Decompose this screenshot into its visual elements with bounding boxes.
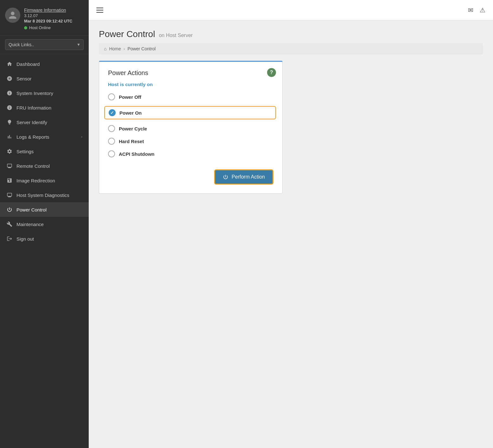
sidebar-item-label-remote-control: Remote Control [16, 163, 50, 169]
power-on-option[interactable]: ✓ Power On [104, 106, 276, 119]
power-cycle-radio[interactable] [108, 125, 115, 132]
info-icon [6, 104, 13, 111]
sidebar-item-settings[interactable]: Settings [0, 144, 89, 159]
power-on-radio[interactable]: ✓ [109, 109, 116, 116]
nav-menu: Dashboard Sensor System Inventory FRU In… [0, 54, 89, 448]
power-cycle-label: Power Cycle [119, 126, 147, 131]
sidebar-item-maintenance[interactable]: Maintenance [0, 217, 89, 231]
firmware-version: 3.12.07 [24, 13, 72, 18]
chart-icon [6, 134, 13, 140]
host-current-status: Host is currently on [108, 82, 273, 87]
power-button-icon [223, 174, 228, 180]
sensor-icon [6, 75, 13, 82]
sidebar-item-label-server-identify: Server Identify [16, 120, 47, 125]
home-icon [6, 61, 13, 67]
sidebar-item-label-power-control: Power Control [16, 207, 47, 212]
user-info: Firmware Information 3.12.07 Mar 8 2023 … [24, 8, 72, 30]
sidebar-item-sensor[interactable]: Sensor [0, 71, 89, 86]
quick-links-container: Quick Links.. ▼ [5, 39, 84, 50]
hamburger-menu[interactable] [96, 8, 103, 13]
topbar: ✉ ⚠ [89, 0, 493, 20]
acpi-shutdown-option[interactable]: ACPI Shutdown [108, 150, 273, 157]
sidebar-item-label-dashboard: Dashboard [16, 61, 40, 67]
sidebar-item-power-control[interactable]: Power Control [0, 202, 89, 217]
alert-icon[interactable]: ⚠ [480, 6, 485, 14]
topbar-icons: ✉ ⚠ [468, 6, 485, 14]
sidebar-item-system-inventory[interactable]: System Inventory [0, 86, 89, 100]
page-title: Power Control [99, 29, 155, 39]
card-title: Power Actions [108, 69, 273, 77]
quick-links-select[interactable]: Quick Links.. [5, 39, 84, 50]
sidebar-item-remote-control[interactable]: Remote Control [0, 159, 89, 173]
chevron-right-icon: › [81, 135, 82, 139]
breadcrumb-separator: › [124, 46, 125, 51]
page-header: Power Control on Host Server [99, 29, 483, 39]
sidebar-item-image-redirection[interactable]: Image Redirection [0, 173, 89, 188]
host-status: Host Online [24, 25, 72, 30]
perform-action-button[interactable]: Perform Action [214, 169, 273, 185]
mail-icon[interactable]: ✉ [468, 6, 473, 14]
acpi-shutdown-radio[interactable] [108, 150, 115, 157]
status-dot [24, 26, 27, 29]
acpi-shutdown-label: ACPI Shutdown [119, 151, 155, 157]
perform-action-label: Perform Action [232, 174, 265, 180]
drive-icon [6, 177, 13, 184]
sidebar-item-host-system-diagnostics[interactable]: Host System Diagnostics [0, 188, 89, 202]
firmware-date: Mar 8 2023 09:12:42 UTC [24, 19, 72, 23]
sidebar-item-label-fru-information: FRU Information [16, 105, 51, 110]
power-cycle-option[interactable]: Power Cycle [108, 125, 273, 132]
breadcrumb: ⌂ Home › Power Control [99, 43, 483, 54]
sidebar-item-label-system-inventory: System Inventory [16, 91, 53, 96]
home-breadcrumb-icon: ⌂ [104, 46, 106, 51]
host-status-label: Host Online [29, 25, 51, 30]
gear-icon [6, 148, 13, 155]
bulb-icon [6, 119, 13, 125]
diagnostics-icon [6, 192, 13, 198]
sidebar-item-dashboard[interactable]: Dashboard [0, 57, 89, 71]
wrench-icon [6, 221, 13, 227]
card-footer: Perform Action [108, 163, 273, 185]
sidebar-item-label-settings: Settings [16, 149, 34, 154]
sidebar-item-logs-reports[interactable]: Logs & Reports › [0, 129, 89, 144]
power-actions-card: Power Actions ? Host is currently on Pow… [99, 61, 283, 194]
main-content: ✉ ⚠ Power Control on Host Server ⌂ Home … [89, 0, 493, 448]
power-off-option[interactable]: Power Off [108, 93, 273, 100]
sidebar-item-server-identify[interactable]: Server Identify [0, 115, 89, 129]
hard-reset-radio[interactable] [108, 138, 115, 145]
page-content: Power Control on Host Server ⌂ Home › Po… [89, 20, 493, 448]
signout-icon [6, 236, 13, 242]
sidebar-item-label-logs-reports: Logs & Reports [16, 134, 49, 140]
sidebar-item-label-maintenance: Maintenance [16, 222, 44, 227]
quick-links-wrapper: Quick Links.. ▼ [0, 35, 89, 54]
avatar [5, 8, 20, 23]
sidebar-item-label-sensor: Sensor [16, 76, 32, 81]
help-icon[interactable]: ? [267, 68, 276, 77]
power-off-radio[interactable] [108, 93, 115, 100]
power-on-label: Power On [119, 110, 142, 116]
sidebar: Firmware Information 3.12.07 Mar 8 2023 … [0, 0, 89, 448]
hard-reset-label: Hard Reset [119, 139, 144, 144]
page-subtitle: on Host Server [159, 33, 193, 38]
sidebar-item-label-host-system-diagnostics: Host System Diagnostics [16, 192, 69, 198]
sidebar-item-sign-out[interactable]: Sign out [0, 231, 89, 246]
breadcrumb-home-link[interactable]: Home [109, 46, 121, 51]
power-off-label: Power Off [119, 94, 141, 100]
hard-reset-option[interactable]: Hard Reset [108, 138, 273, 145]
sidebar-item-label-image-redirection: Image Redirection [16, 178, 55, 183]
firmware-link[interactable]: Firmware Information [24, 8, 72, 13]
power-icon [6, 206, 13, 213]
info-circle-icon [6, 90, 13, 96]
monitor-icon [6, 163, 13, 169]
sidebar-item-label-sign-out: Sign out [16, 236, 34, 242]
breadcrumb-current: Power Control [128, 46, 156, 51]
user-section: Firmware Information 3.12.07 Mar 8 2023 … [0, 0, 89, 35]
sidebar-item-fru-information[interactable]: FRU Information [0, 100, 89, 115]
